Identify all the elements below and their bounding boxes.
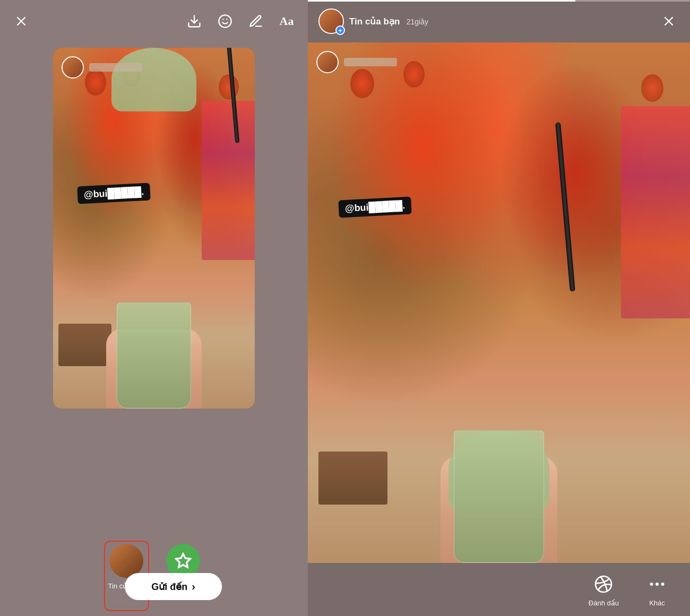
right-close-button[interactable]: [658, 11, 679, 32]
send-label: Gửi đến: [151, 581, 187, 593]
story-card: @bui█████.: [53, 48, 255, 409]
progress-fill: [308, 0, 575, 2]
story-time: 21giây: [407, 18, 428, 26]
right-top-bar: + Tin của bạn 21giây: [308, 0, 690, 42]
bookmark-action[interactable]: Đánh dấu: [589, 572, 619, 607]
story-header-text: Tin của bạn 21giây: [349, 16, 428, 27]
download-button[interactable]: [184, 11, 205, 32]
bookmark-label: Đánh dấu: [589, 599, 619, 607]
right-story-card-header: [316, 51, 397, 73]
story-tag-right: @bui█████.: [338, 197, 412, 218]
story-preview-area: @bui█████.: [0, 42, 308, 531]
story-username-left: [89, 63, 142, 72]
svg-point-11: [656, 583, 659, 586]
more-icon: [645, 572, 669, 596]
right-panel: + Tin của bạn 21giây: [308, 0, 690, 616]
send-arrow-icon: ›: [192, 580, 195, 593]
story-card-header: [62, 56, 142, 79]
send-button[interactable]: Gửi đến ›: [125, 573, 222, 600]
right-card-username: [344, 58, 397, 66]
bookmark-icon: [592, 572, 615, 596]
sticker-button[interactable]: [214, 11, 236, 32]
text-button[interactable]: Aa: [276, 11, 297, 32]
story-title: Tin của bạn: [349, 16, 400, 27]
story-icon: [109, 544, 143, 578]
story-avatar-left: [62, 56, 84, 79]
close-button[interactable]: [11, 11, 32, 32]
right-bottom-bar: Đánh dấu Khác: [308, 563, 690, 616]
plus-badge: +: [335, 25, 345, 35]
close-friends-icon: [166, 544, 200, 578]
svg-marker-6: [176, 553, 190, 567]
right-story-bg: @bui█████.: [308, 42, 690, 563]
svg-point-12: [661, 583, 665, 586]
right-card-avatar: [316, 51, 339, 73]
draw-button[interactable]: [245, 11, 266, 32]
svg-point-3: [219, 15, 231, 27]
bottom-share-area: Tin của bạn Bạn thân Gửi đến ›: [0, 531, 308, 616]
story-avatar-right: +: [318, 8, 344, 34]
story-user-info: + Tin của bạn 21giây: [318, 8, 652, 34]
more-action[interactable]: Khác: [645, 572, 669, 607]
svg-point-10: [650, 583, 653, 586]
right-story-view: @bui█████.: [308, 42, 690, 563]
more-label: Khác: [649, 599, 665, 607]
progress-bar: [308, 0, 690, 2]
toolbar-icons: Aa: [184, 11, 297, 32]
left-toolbar: Aa: [0, 0, 308, 42]
left-panel: Aa @bui█████: [0, 0, 308, 616]
